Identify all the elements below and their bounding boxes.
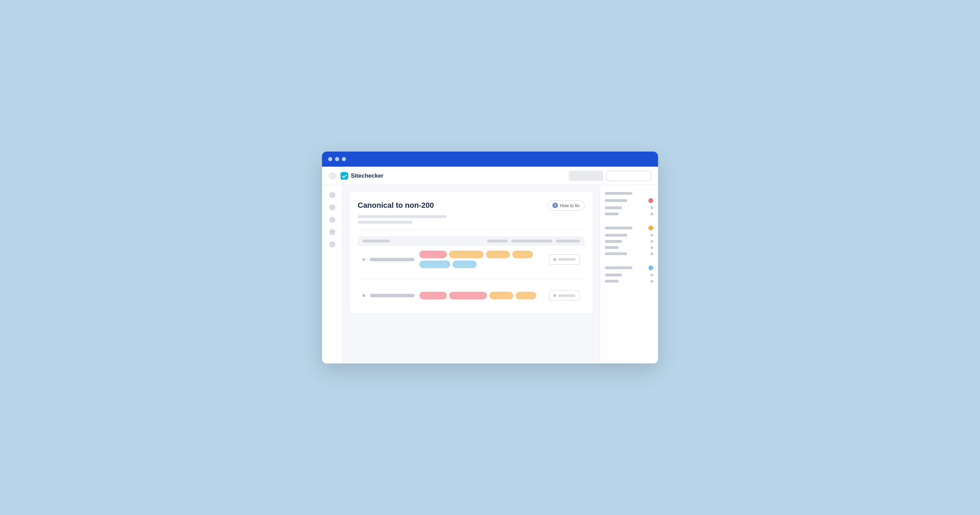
- rp-row-10: [605, 265, 653, 270]
- rp-bar-8: [605, 246, 619, 249]
- table-row-1: [358, 246, 585, 273]
- row-2-bullet: [363, 294, 365, 297]
- rp-dot-blue: [648, 265, 653, 270]
- logo-area: Sitechecker: [340, 172, 565, 180]
- rp-dot-orange: [648, 226, 653, 230]
- rp-row-6: [605, 234, 653, 237]
- action-btn-bar-2: [558, 294, 575, 297]
- card-title: Canonical to non-200: [358, 201, 434, 210]
- rp-bar-1: [605, 192, 632, 195]
- card-header: Canonical to non-200 ? How to fix: [358, 200, 585, 210]
- rp-bar-7: [605, 240, 622, 243]
- rp-row-7: [605, 240, 653, 243]
- col-header-2: [487, 240, 508, 242]
- rp-small-dot-8: [651, 280, 653, 283]
- rp-small-dot-4: [651, 240, 653, 243]
- rp-small-dot-6: [651, 252, 653, 255]
- row-2-label: [370, 294, 415, 297]
- traffic-light-yellow: [335, 157, 339, 161]
- subtitle-bar-long: [358, 215, 447, 218]
- content-card: Canonical to non-200 ? How to fix: [349, 192, 593, 314]
- col-header-4: [556, 240, 580, 242]
- col-header-1: [363, 240, 390, 242]
- rp-row-12: [605, 280, 653, 283]
- tag-orange-2b: [516, 292, 536, 299]
- logo-icon: [340, 172, 348, 180]
- svg-rect-0: [340, 172, 348, 180]
- tag-pink-1: [419, 251, 447, 258]
- rp-dot-red: [648, 198, 653, 203]
- rp-small-dot-7: [651, 273, 653, 277]
- rp-bar-5: [605, 227, 632, 229]
- action-btn-bar: [558, 258, 575, 261]
- sidebar-item-4[interactable]: [329, 229, 336, 235]
- traffic-light-green: [342, 157, 346, 161]
- divider-2: [358, 279, 585, 280]
- rp-small-dot-2: [651, 213, 653, 215]
- sidebar: [322, 185, 342, 364]
- rp-row-2: [605, 198, 653, 203]
- sidebar-item-2[interactable]: [329, 204, 336, 210]
- tag-pink-2b: [449, 292, 487, 299]
- browser-titlebar: [322, 151, 658, 167]
- sidebar-item-5[interactable]: [329, 242, 336, 248]
- rp-row-3: [605, 207, 653, 209]
- rp-bar-6: [605, 234, 627, 237]
- rp-bar-10: [605, 266, 632, 269]
- tag-orange-2a: [489, 292, 513, 299]
- rp-spacer-1: [605, 219, 653, 222]
- nav-btn-secondary[interactable]: [606, 171, 651, 181]
- row-2-tags: [419, 292, 544, 299]
- rp-small-dot-3: [651, 234, 653, 237]
- rp-small-dot-1: [651, 207, 653, 209]
- nav-circle: [329, 172, 336, 180]
- rp-bar-11: [605, 273, 622, 277]
- how-to-fix-icon: ?: [552, 203, 558, 208]
- rp-bar-2: [605, 199, 627, 202]
- tag-orange-1: [449, 251, 484, 258]
- table-row-2: [358, 286, 585, 305]
- col-header-3: [511, 240, 552, 242]
- nav-btn-primary[interactable]: [569, 171, 603, 181]
- browser-window: Sitechecker Canonical to non-200 ?: [322, 151, 658, 364]
- tag-blue-2: [453, 261, 477, 268]
- rp-row-11: [605, 273, 653, 277]
- rp-bar-12: [605, 280, 619, 283]
- rp-row-8: [605, 246, 653, 249]
- browser-body: Canonical to non-200 ? How to fix: [322, 185, 658, 364]
- sidebar-item-3[interactable]: [329, 217, 336, 223]
- tag-blue-1: [419, 261, 450, 268]
- rp-row-4: [605, 213, 653, 215]
- subtitle-bar-short: [358, 221, 412, 224]
- logo-text: Sitechecker: [351, 172, 383, 179]
- row-1-action-btn[interactable]: [549, 254, 580, 265]
- row-1-label: [370, 258, 415, 261]
- action-btn-dot: [554, 258, 556, 261]
- rp-bar-9: [605, 252, 627, 255]
- tag-orange-2: [486, 251, 510, 258]
- table-header-row: [358, 236, 585, 246]
- row-1-tags: [419, 251, 544, 268]
- rp-bar-3: [605, 207, 622, 209]
- traffic-light-red: [328, 157, 332, 161]
- divider-1: [358, 230, 585, 230]
- tag-orange-3: [512, 251, 533, 258]
- tag-pink-2a: [419, 292, 447, 299]
- rp-row-9: [605, 252, 653, 255]
- main-content: Canonical to non-200 ? How to fix: [342, 185, 600, 364]
- navbar: Sitechecker: [322, 167, 658, 185]
- nav-buttons: [569, 171, 651, 181]
- sidebar-item-1[interactable]: [329, 192, 336, 198]
- rp-row-5: [605, 226, 653, 230]
- right-panel: [600, 185, 658, 364]
- rp-small-dot-5: [651, 246, 653, 249]
- rp-spacer-2: [605, 259, 653, 262]
- row-2-action-btn[interactable]: [549, 291, 580, 301]
- how-to-fix-button[interactable]: ? How to fix: [547, 200, 585, 210]
- how-to-fix-label: How to fix: [560, 203, 579, 208]
- row-1-bullet: [363, 258, 365, 261]
- rp-bar-4: [605, 213, 619, 215]
- action-btn-dot-2: [554, 294, 556, 297]
- rp-row-1: [605, 192, 653, 195]
